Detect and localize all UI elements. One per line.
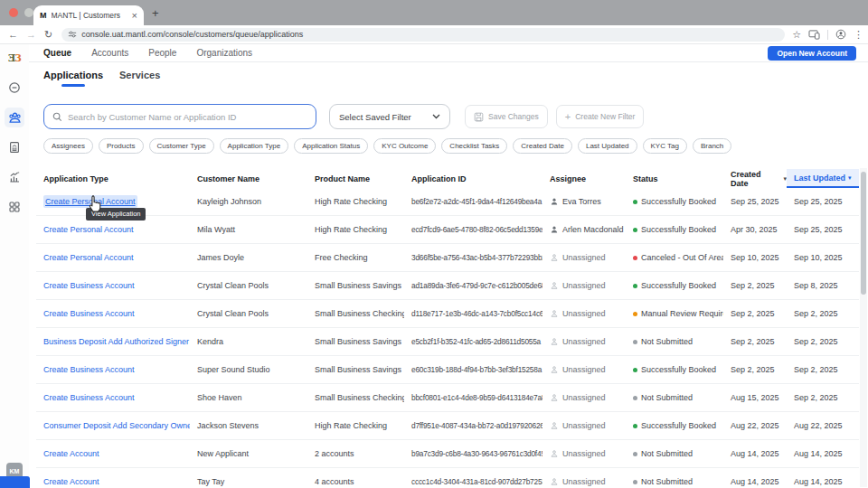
cell-assignee: Eva Torres: [542, 197, 626, 206]
column-header-assignee[interactable]: Assignee: [542, 169, 626, 188]
search-icon: [52, 112, 62, 122]
application-type-link[interactable]: Create Business Account: [43, 281, 135, 290]
cell-created-date: Aug 14, 2025: [723, 449, 787, 458]
column-header-last-updated[interactable]: Last Updated▾: [787, 169, 859, 188]
application-type-link[interactable]: Create Business Account: [43, 393, 135, 402]
back-icon[interactable]: ←: [8, 30, 18, 40]
accounts-document-icon[interactable]: [5, 137, 24, 157]
create-new-filter-button[interactable]: + Create New Filter: [556, 105, 645, 128]
browser-tab[interactable]: M MANTL | Customers ×: [33, 5, 144, 25]
assignee-name: Unassigned: [562, 253, 606, 262]
forward-icon[interactable]: →: [26, 30, 36, 40]
devices-icon[interactable]: [808, 30, 820, 40]
reload-icon[interactable]: ↻: [44, 30, 52, 40]
cell-created-date: Sep 2, 2025: [723, 309, 787, 318]
cell-assignee: Unassigned: [542, 365, 626, 374]
save-changes-button[interactable]: Save Changes: [465, 105, 548, 128]
mantl-logo[interactable]: Ǝ3: [5, 48, 24, 68]
customers-icon[interactable]: [5, 108, 24, 127]
assignee-name: Eva Torres: [562, 197, 601, 206]
filter-chip-last-updated[interactable]: Last Updated: [578, 138, 637, 154]
table-row: Create Business AccountCrystal Clean Poo…: [36, 272, 859, 300]
filter-chip-created-date[interactable]: Created Date: [513, 138, 572, 154]
create-new-filter-label: Create New Filter: [575, 112, 635, 121]
search-input[interactable]: [68, 112, 307, 122]
cell-last-updated: Sep 10, 2025: [787, 253, 859, 262]
cell-customer-name: Super Sound Studio: [190, 365, 307, 374]
nav-item-queue[interactable]: Queue: [43, 48, 71, 58]
application-type-link[interactable]: Create Personal Account: [43, 225, 134, 234]
status-dot-gray: [633, 480, 637, 484]
cell-customer-name: Jackson Stevens: [190, 421, 307, 430]
cell-application-id: d118e717-1e3b-46dc-a143-7cb0f5cc14c6: [404, 309, 542, 318]
apps-grid-icon[interactable]: [5, 197, 24, 217]
application-type-link[interactable]: Create Business Account: [43, 365, 135, 374]
application-type-link[interactable]: Business Deposit Add Authorized Signer: [43, 337, 189, 346]
nav-item-people[interactable]: People: [148, 48, 176, 58]
column-header-status[interactable]: Status: [626, 169, 723, 188]
column-header-product-name[interactable]: Product Name: [307, 169, 404, 188]
cell-customer-name: James Doyle: [190, 253, 307, 262]
assignee-name: Unassigned: [562, 309, 606, 318]
status-label: Canceled - Out Of Area: [641, 253, 723, 262]
profile-icon[interactable]: [835, 29, 846, 40]
cell-status: Not Submitted: [626, 477, 723, 486]
cell-assignee: Unassigned: [542, 477, 626, 486]
assignee-name: Unassigned: [562, 337, 606, 346]
save-changes-label: Save Changes: [488, 112, 539, 121]
filter-chip-assignees[interactable]: Assignees: [43, 138, 93, 154]
search-box[interactable]: [43, 104, 316, 129]
cell-last-updated: Aug 14, 2025: [787, 477, 859, 486]
column-header-application-id[interactable]: Application ID: [404, 169, 542, 188]
nav-item-accounts[interactable]: Accounts: [91, 48, 128, 58]
assignee-name: Unassigned: [562, 365, 606, 374]
application-type-link[interactable]: Create Business Account: [43, 309, 135, 318]
column-header-customer-name[interactable]: Customer Name: [190, 169, 307, 188]
minimize-window-button[interactable]: [24, 8, 33, 17]
cell-application-id: be6f2e72-a2dc-45f1-9da4-4f12649bea4a: [404, 197, 542, 206]
vertical-scrollbar[interactable]: [860, 168, 867, 487]
close-window-button[interactable]: [9, 8, 18, 17]
open-new-account-button[interactable]: Open New Account: [768, 46, 856, 61]
nav-item-organizations[interactable]: Organizations: [196, 48, 252, 58]
application-type-link[interactable]: Create Account: [43, 477, 99, 486]
cell-status: Not Submitted: [626, 393, 723, 402]
filter-chip-branch[interactable]: Branch: [693, 138, 731, 154]
column-header-application-type[interactable]: Application Type: [36, 169, 190, 188]
filter-chip-products[interactable]: Products: [99, 138, 144, 154]
application-type-link[interactable]: Create Account: [43, 449, 99, 458]
cell-last-updated: Sep 25, 2025: [787, 225, 859, 234]
status-label: Not Submitted: [641, 393, 693, 402]
table-body: Create Personal AccountKayleigh JohnsonH…: [36, 188, 859, 488]
site-settings-icon[interactable]: [68, 30, 77, 39]
browser-menu-icon[interactable]: ⋮: [854, 30, 863, 40]
cell-application-id: b9a7c3d9-c6b8-4a30-9643-96761c3d0f45: [404, 449, 542, 458]
chevron-down-icon: [432, 114, 440, 119]
filter-chip-application-status[interactable]: Application Status: [294, 138, 368, 154]
analytics-icon[interactable]: [5, 167, 24, 187]
cell-last-updated: Aug 22, 2025: [787, 421, 859, 430]
tab-close-icon[interactable]: ×: [132, 11, 137, 21]
column-label: Customer Name: [197, 174, 259, 183]
cell-product-name: 4 accounts: [307, 477, 404, 486]
address-bar[interactable]: console.uat.mantl.com/console/customers/…: [61, 28, 785, 42]
scrollbar-thumb[interactable]: [861, 172, 866, 295]
filter-chip-checklist-tasks[interactable]: Checklist Tasks: [441, 138, 507, 154]
application-type-link[interactable]: Create Personal Account: [43, 253, 134, 262]
cell-application-type: Create Account: [36, 449, 190, 458]
filter-chip-kyc-tag[interactable]: KYC Tag: [643, 138, 687, 154]
application-type-link[interactable]: Consumer Deposit Add Secondary Owner: [43, 421, 190, 430]
column-header-created-date[interactable]: Created Date▾: [723, 169, 787, 188]
messages-icon[interactable]: [5, 78, 24, 98]
cell-customer-name: Kayleigh Johnson: [190, 197, 307, 206]
filter-chip-customer-type[interactable]: Customer Type: [149, 138, 214, 154]
new-tab-button[interactable]: +: [152, 7, 159, 19]
tab-services[interactable]: Services: [119, 70, 160, 87]
filter-chip-kyc-outcome[interactable]: KYC Outcome: [373, 138, 436, 154]
tab-applications[interactable]: Applications: [43, 70, 103, 87]
saved-filter-select[interactable]: Select Saved Filter: [329, 104, 450, 129]
bookmark-star-icon[interactable]: ☆: [792, 30, 801, 40]
column-label: Created Date: [731, 170, 780, 188]
filter-chip-application-type[interactable]: Application Type: [220, 138, 289, 154]
cell-created-date: Sep 2, 2025: [723, 365, 787, 374]
